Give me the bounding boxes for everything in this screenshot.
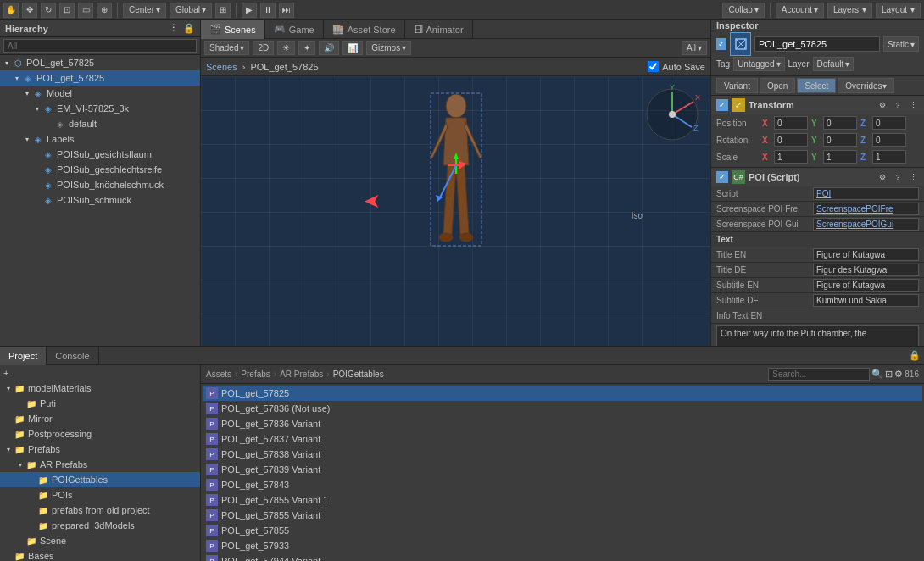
tree-item-scene[interactable]: ▾ 📁 Scene [0,533,200,548]
asset-settings-icon[interactable]: ⚙ [894,369,903,380]
audio-button[interactable]: 🔊 [319,41,339,55]
tree-item-prefabs[interactable]: ▾ 📁 Prefabs [0,442,200,457]
hierarchy-menu-icon[interactable]: ⋮ [169,23,178,34]
tab-project[interactable]: Project [0,347,47,365]
tab-animator[interactable]: 🎞 Animator [405,20,473,39]
shaded-dropdown[interactable]: Shaded ▾ [204,41,249,55]
hierarchy-search-input[interactable] [3,39,197,53]
2d-button[interactable]: 2D [253,41,274,55]
move-tool-icon[interactable]: ✥ [22,3,37,18]
stats-button[interactable]: 📊 [342,41,363,55]
file-item-pol57855v1[interactable]: P POL_get_57855 Variant 1 [203,492,922,508]
scenes-label-breadcrumb[interactable]: Scenes [206,62,237,72]
global-button[interactable]: Global ▾ [170,3,212,18]
file-item-pol57855v[interactable]: P POL_get_57855 Variant [203,508,922,523]
lighting-button[interactable]: ☀ [277,41,295,55]
breadcrumb-ar[interactable]: AR Prefabs [280,369,323,379]
hierarchy-lock-icon[interactable]: 🔒 [183,23,195,34]
all-dropdown[interactable]: All ▾ [682,41,707,55]
layers-dropdown[interactable]: Layers ▾ [827,3,872,18]
overrides-button[interactable]: Overrides ▾ [838,78,893,93]
tree-item-poi-knoechel[interactable]: ▾ ◈ POISub_knöchelschmuck [0,177,200,192]
transform-help-icon[interactable]: ? [892,99,904,111]
grid-icon[interactable]: ⊞ [215,3,231,18]
step-button[interactable]: ⏭ [279,3,294,18]
tree-item-root-pol[interactable]: ▾ ⬡ POL_get_57825 [0,55,200,70]
file-item-pol57839v[interactable]: P POL_get_57839 Variant [203,462,922,477]
rotate-tool-icon[interactable]: ↻ [41,3,56,18]
tree-item-poi-gesicht[interactable]: ▾ ◈ POISub_gesichtsflaum [0,147,200,162]
tree-item-prepared[interactable]: ▾ 📁 prepared_3dModels [0,518,200,533]
screenspace-fre-link[interactable]: ScreenspacePOIFre [816,204,893,214]
position-x-input[interactable] [774,116,808,130]
layout-dropdown[interactable]: Layout ▾ [876,3,921,18]
tree-item-old-prefabs[interactable]: ▾ 📁 prefabs from old project [0,503,200,518]
object-name-input[interactable] [754,36,880,52]
file-item-pol57825[interactable]: P POL_get_57825 [203,386,922,401]
tree-item-model[interactable]: ▾ ◈ Model [0,86,200,101]
variant-button[interactable]: Variant [716,78,758,93]
rotation-x-input[interactable] [774,133,808,147]
select-button[interactable]: Select [797,78,836,93]
tab-scenes[interactable]: 🎬 Scenes [201,20,265,39]
file-item-pol57836v[interactable]: P POL_get_57836 Variant [203,416,922,431]
breadcrumb-assets[interactable]: Assets [206,369,231,379]
tree-item-mirror[interactable]: ▾ 📁 Mirror [0,411,200,426]
collab-button[interactable]: Collab ▾ [722,3,764,18]
transform-settings-icon[interactable]: ⚙ [877,99,888,111]
tab-game[interactable]: 🎮 Game [265,20,324,39]
tab-asset-store[interactable]: 🏬 Asset Store [324,20,405,39]
pause-button[interactable]: ⏸ [260,3,276,18]
project-add-btn[interactable]: + [0,365,200,380]
layer-dropdown[interactable]: Default ▾ [813,57,854,71]
script-value-link[interactable]: POI [816,189,831,198]
static-badge[interactable]: Static ▾ [883,36,919,52]
tree-item-modelmaterials[interactable]: ▾ 📁 modelMaterials [0,380,200,396]
open-button[interactable]: Open [760,78,795,93]
tab-console[interactable]: Console [47,347,98,365]
poi-help-icon[interactable]: ? [892,171,904,183]
breadcrumb-poigettables[interactable]: POIGettables [333,369,384,379]
rotation-y-input[interactable] [823,133,857,147]
file-item-pol57836-notuse[interactable]: P POL_get_57836 (Not use) [203,401,922,416]
screenspace-gui-link[interactable]: ScreenspacePOIGui [816,219,893,229]
tree-item-labels[interactable]: ▾ ◈ Labels [0,131,200,147]
file-item-pol57838v[interactable]: P POL_get_57838 Variant [203,447,922,462]
object-enable-checkbox[interactable]: ✓ [716,38,726,50]
fx-button[interactable]: ✦ [298,41,315,55]
asset-search-icon[interactable]: 🔍 [871,369,883,380]
file-item-pol57855[interactable]: P POL_get_57855 [203,523,922,538]
file-item-pol57944v[interactable]: P POL_get_57944 Variant [203,553,922,561]
transform-enable[interactable]: ✓ [716,99,728,111]
scale-tool-icon[interactable]: ⊡ [59,3,75,18]
tree-item-pol-go[interactable]: ▾ ◈ POL_get_57825 [0,70,200,86]
scene-canvas[interactable]: ➤ X Y Z Iso [201,76,710,346]
poi-more-icon[interactable]: ⋮ [907,171,919,183]
transform-more-icon[interactable]: ⋮ [907,99,919,111]
tree-item-bases[interactable]: ▾ 📁 Bases [0,548,200,561]
transform-tool-icon[interactable]: ⊕ [97,3,112,18]
play-button[interactable]: ▶ [242,3,257,18]
scale-y-input[interactable] [823,150,857,164]
position-y-input[interactable] [823,116,857,130]
tree-item-poi-schmuck[interactable]: ▾ ◈ POISub_schmuck [0,192,200,208]
center-button[interactable]: Center ▾ [123,3,166,18]
file-item-pol57843[interactable]: P POL_get_57843 [203,477,922,492]
tree-item-poi-geschlecht[interactable]: ▾ ◈ POISub_geschlechtsreife [0,162,200,177]
asset-filter-icon[interactable]: ⊡ [885,369,893,380]
rotation-z-input[interactable] [872,133,906,147]
tree-item-postprocessing[interactable]: ▾ 📁 Postprocessing [0,426,200,442]
file-item-pol57933[interactable]: P POL_get_57933 [203,538,922,553]
lock-icon-bottom[interactable]: 🔒 [909,350,921,361]
tree-item-pois[interactable]: ▾ 📁 POIs [0,487,200,503]
tree-item-ar-prefabs[interactable]: ▾ 📁 AR Prefabs [0,457,200,472]
tree-item-default[interactable]: ▾ ◈ default [0,116,200,131]
asset-search-input[interactable] [768,368,870,381]
file-item-pol57837v[interactable]: P POL_get_57837 Variant [203,431,922,447]
scale-z-input[interactable] [872,150,906,164]
breadcrumb-prefabs[interactable]: Prefabs [241,369,270,379]
scale-x-input[interactable] [774,150,808,164]
tree-item-emvi[interactable]: ▾ ◈ EM_VI-57825_3k [0,101,200,116]
poi-header[interactable]: ✓ C# POI (Script) ⚙ ? ⋮ [711,168,924,186]
autosave-checkbox[interactable] [648,61,659,72]
